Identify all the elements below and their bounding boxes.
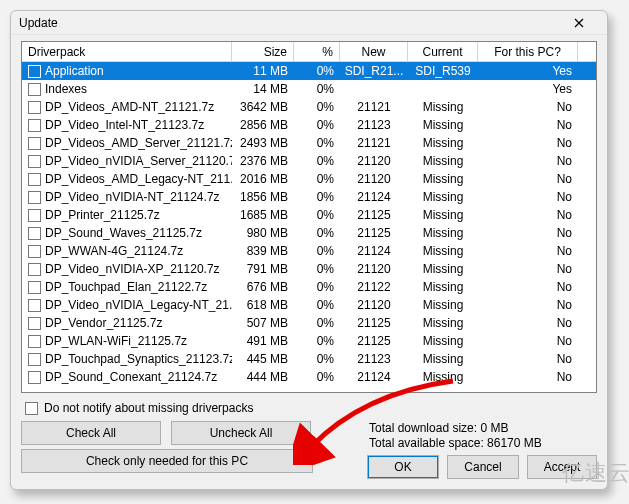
- row-checkbox[interactable]: [28, 263, 41, 276]
- col-percent[interactable]: %: [294, 42, 340, 61]
- table-row[interactable]: DP_WWAN-4G_21124.7z839 MB0%21124MissingN…: [22, 242, 596, 260]
- row-new: 21121: [340, 136, 408, 150]
- row-checkbox[interactable]: [28, 353, 41, 366]
- table-row[interactable]: DP_Videos_AMD-NT_21121.7z3642 MB0%21121M…: [22, 98, 596, 116]
- row-checkbox[interactable]: [28, 173, 41, 186]
- row-current: Missing: [408, 100, 478, 114]
- grid-body[interactable]: Application11 MB0%SDI_R21...SDI_R539YesI…: [22, 62, 596, 392]
- row-name: DP_Video_nVIDIA_Legacy-NT_21...: [45, 298, 232, 312]
- row-pc: No: [478, 208, 578, 222]
- row-current: Missing: [408, 352, 478, 366]
- row-size: 980 MB: [232, 226, 294, 240]
- notify-row: Do not notify about missing driverpacks: [21, 399, 597, 421]
- row-new: 21122: [340, 280, 408, 294]
- row-new: 21124: [340, 244, 408, 258]
- row-checkbox[interactable]: [28, 101, 41, 114]
- row-checkbox[interactable]: [28, 65, 41, 78]
- row-size: 444 MB: [232, 370, 294, 384]
- row-name: Indexes: [45, 82, 87, 96]
- row-pc: Yes: [478, 64, 578, 78]
- col-new[interactable]: New: [340, 42, 408, 61]
- table-row[interactable]: Application11 MB0%SDI_R21...SDI_R539Yes: [22, 62, 596, 80]
- row-current: Missing: [408, 208, 478, 222]
- row-checkbox[interactable]: [28, 371, 41, 384]
- row-pc: No: [478, 262, 578, 276]
- table-row[interactable]: DP_Videos_AMD_Legacy-NT_211...2016 MB0%2…: [22, 170, 596, 188]
- col-size[interactable]: Size: [232, 42, 294, 61]
- row-current: Missing: [408, 136, 478, 150]
- row-size: 491 MB: [232, 334, 294, 348]
- table-row[interactable]: DP_Videos_AMD_Server_21121.7z2493 MB0%21…: [22, 134, 596, 152]
- row-pc: No: [478, 280, 578, 294]
- table-row[interactable]: DP_Touchpad_Synaptics_21123.7z445 MB0%21…: [22, 350, 596, 368]
- row-name: DP_Video_nVIDIA-XP_21120.7z: [45, 262, 220, 276]
- ok-button[interactable]: OK: [367, 455, 439, 479]
- row-checkbox[interactable]: [28, 227, 41, 240]
- col-forthispc[interactable]: For this PC?: [478, 42, 578, 61]
- row-percent: 0%: [294, 226, 340, 240]
- table-row[interactable]: DP_Vendor_21125.7z507 MB0%21125MissingNo: [22, 314, 596, 332]
- row-current: Missing: [408, 118, 478, 132]
- table-row[interactable]: DP_Video_nVIDIA_Legacy-NT_21...618 MB0%2…: [22, 296, 596, 314]
- row-new: 21121: [340, 100, 408, 114]
- row-pc: No: [478, 334, 578, 348]
- check-all-button[interactable]: Check All: [21, 421, 161, 445]
- row-name: DP_WLAN-WiFi_21125.7z: [45, 334, 187, 348]
- uncheck-all-button[interactable]: Uncheck All: [171, 421, 311, 445]
- table-row[interactable]: DP_Touchpad_Elan_21122.7z676 MB0%21122Mi…: [22, 278, 596, 296]
- row-new: 21125: [340, 316, 408, 330]
- row-percent: 0%: [294, 82, 340, 96]
- check-needed-button[interactable]: Check only needed for this PC: [21, 449, 313, 473]
- row-checkbox[interactable]: [28, 119, 41, 132]
- table-row[interactable]: DP_Sound_Waves_21125.7z980 MB0%21125Miss…: [22, 224, 596, 242]
- row-new: 21125: [340, 226, 408, 240]
- row-size: 1685 MB: [232, 208, 294, 222]
- row-current: Missing: [408, 190, 478, 204]
- table-row[interactable]: Indexes14 MB0%Yes: [22, 80, 596, 98]
- row-new: SDI_R21...: [340, 64, 408, 78]
- row-current: Missing: [408, 154, 478, 168]
- row-pc: No: [478, 100, 578, 114]
- row-size: 2493 MB: [232, 136, 294, 150]
- row-checkbox[interactable]: [28, 335, 41, 348]
- row-percent: 0%: [294, 244, 340, 258]
- row-checkbox[interactable]: [28, 299, 41, 312]
- row-checkbox[interactable]: [28, 155, 41, 168]
- table-row[interactable]: DP_Sound_Conexant_21124.7z444 MB0%21124M…: [22, 368, 596, 386]
- close-button[interactable]: [559, 11, 599, 34]
- notify-checkbox[interactable]: [25, 402, 38, 415]
- row-checkbox[interactable]: [28, 281, 41, 294]
- driverpack-grid[interactable]: Driverpack Size % New Current For this P…: [21, 41, 597, 393]
- row-checkbox[interactable]: [28, 317, 41, 330]
- row-size: 618 MB: [232, 298, 294, 312]
- table-row[interactable]: DP_Video_nVIDIA-NT_21124.7z1856 MB0%2112…: [22, 188, 596, 206]
- row-checkbox[interactable]: [28, 209, 41, 222]
- table-row[interactable]: DP_Video_Intel-NT_21123.7z2856 MB0%21123…: [22, 116, 596, 134]
- col-current[interactable]: Current: [408, 42, 478, 61]
- row-name: Application: [45, 64, 104, 78]
- table-row[interactable]: DP_Video_nVIDIA-XP_21120.7z791 MB0%21120…: [22, 260, 596, 278]
- titlebar: Update: [11, 11, 607, 35]
- row-percent: 0%: [294, 100, 340, 114]
- row-size: 3642 MB: [232, 100, 294, 114]
- row-checkbox[interactable]: [28, 137, 41, 150]
- row-size: 2016 MB: [232, 172, 294, 186]
- row-current: Missing: [408, 280, 478, 294]
- row-checkbox[interactable]: [28, 191, 41, 204]
- table-row[interactable]: DP_WLAN-WiFi_21125.7z491 MB0%21125Missin…: [22, 332, 596, 350]
- row-size: 1856 MB: [232, 190, 294, 204]
- row-percent: 0%: [294, 64, 340, 78]
- table-row[interactable]: DP_Video_nVIDIA_Server_21120.7z2376 MB0%…: [22, 152, 596, 170]
- row-pc: No: [478, 172, 578, 186]
- row-size: 676 MB: [232, 280, 294, 294]
- row-name: DP_Printer_21125.7z: [45, 208, 160, 222]
- row-percent: 0%: [294, 172, 340, 186]
- row-checkbox[interactable]: [28, 245, 41, 258]
- row-checkbox[interactable]: [28, 83, 41, 96]
- row-current: Missing: [408, 334, 478, 348]
- row-percent: 0%: [294, 334, 340, 348]
- table-row[interactable]: DP_Printer_21125.7z1685 MB0%21125Missing…: [22, 206, 596, 224]
- cancel-button[interactable]: Cancel: [447, 455, 519, 479]
- col-driverpack[interactable]: Driverpack: [22, 42, 232, 61]
- accept-button[interactable]: Accept: [527, 455, 597, 479]
